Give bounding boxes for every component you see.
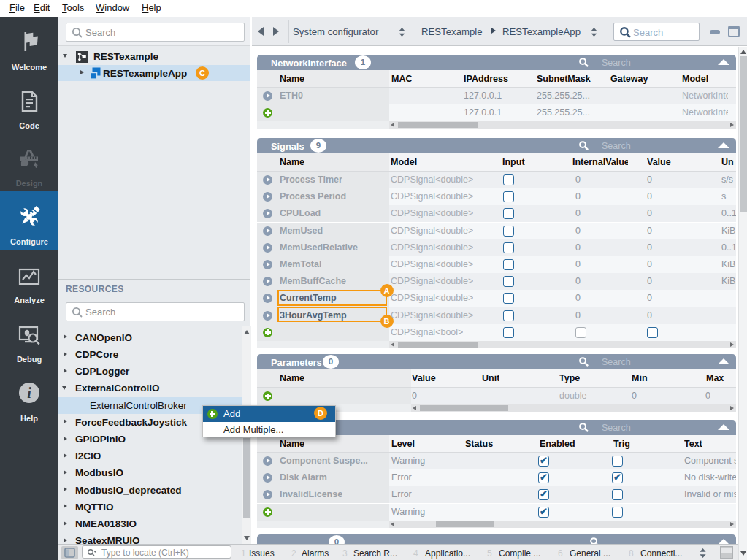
svg-text:i: i — [27, 385, 31, 401]
